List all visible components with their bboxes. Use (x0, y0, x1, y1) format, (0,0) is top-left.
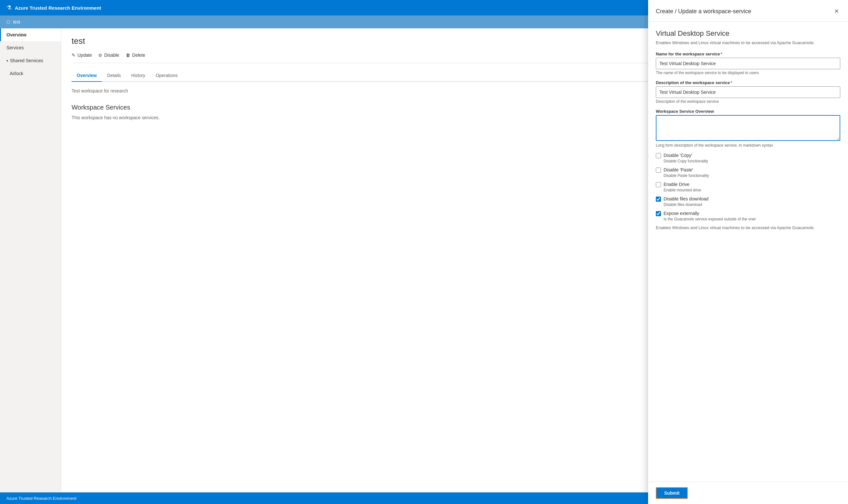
checkbox-label-expose_externally: Expose externally (664, 211, 699, 216)
sidebar-item-services-label: Services (6, 45, 24, 50)
footer-text: Azure Trusted Research Environment (6, 496, 76, 501)
name-field-group: Name for the workspace service* The name… (656, 52, 840, 75)
overview-textarea[interactable] (656, 115, 840, 141)
checkboxes-container: Disable 'Copy'Disable Copy functionality… (656, 153, 840, 221)
delete-icon: 🗑 (126, 53, 130, 58)
panel-footer-description: Enables Windows and Linux virtual machin… (656, 225, 840, 230)
panel-close-button[interactable]: ✕ (833, 6, 840, 16)
sidebar-item-shared-services-label: Shared Services (10, 58, 43, 63)
checkbox-label-disable_files_download: Disable files download (664, 196, 708, 201)
sidebar-item-services[interactable]: Services (0, 41, 61, 54)
checkbox-group-enable_drive: Enable DriveEnable mounted drive (656, 182, 840, 192)
checkbox-disable_copy[interactable] (656, 153, 661, 158)
name-hint: The name of the workspace service to be … (656, 71, 840, 75)
checkbox-label-enable_drive: Enable Drive (664, 182, 689, 187)
sidebar-item-overview[interactable]: Overview (0, 28, 61, 41)
checkbox-group-disable_copy: Disable 'Copy'Disable Copy functionality (656, 153, 840, 163)
description-field-group: Description of the workspace service* De… (656, 80, 840, 104)
disable-label: Disable (104, 53, 119, 58)
panel-service-description: Enables Windows and Linux virtual machin… (656, 40, 840, 45)
checkbox-hint-disable_paste: Disable Paste functionality (664, 173, 840, 178)
delete-label: Delete (132, 53, 145, 58)
checkbox-hint-disable_files_download: Disable files download (664, 202, 840, 207)
chevron-down-icon: ▾ (6, 59, 8, 62)
panel-title: Create / Update a workspace-service (656, 8, 751, 15)
name-label: Name for the workspace service* (656, 52, 840, 56)
delete-button[interactable]: 🗑 Delete (126, 51, 145, 59)
checkbox-disable_files_download[interactable] (656, 197, 661, 202)
breadcrumb-text: test (13, 19, 20, 24)
description-label: Description of the workspace service* (656, 80, 840, 85)
checkbox-group-disable_files_download: Disable files downloadDisable files down… (656, 196, 840, 207)
panel-body: Virtual Desktop Service Enables Windows … (648, 22, 848, 482)
panel-header: Create / Update a workspace-service ✕ (648, 0, 848, 22)
overview-label: Workspace Service Overview (656, 109, 840, 114)
tab-history[interactable]: History (126, 70, 151, 82)
tab-operations[interactable]: Operations (151, 70, 183, 82)
overview-field-group: Workspace Service Overview Long form des… (656, 109, 840, 148)
checkbox-disable_paste[interactable] (656, 167, 661, 173)
checkbox-hint-expose_externally: Is the Guacamole service exposed outside… (664, 217, 840, 221)
name-input[interactable] (656, 58, 840, 69)
panel-overlay: Create / Update a workspace-service ✕ Vi… (648, 0, 848, 504)
checkbox-expose_externally[interactable] (656, 211, 661, 216)
overview-hint: Long form description of the workspace s… (656, 143, 840, 148)
update-label: Update (77, 53, 92, 58)
sidebar: Overview Services ▾ Shared Services Airl… (0, 28, 61, 492)
checkbox-label-disable_paste: Disable 'Paste' (664, 167, 693, 173)
checkbox-hint-disable_copy: Disable Copy functionality (664, 159, 840, 163)
app-title: Azure Trusted Research Environment (15, 5, 101, 11)
checkbox-label-disable_copy: Disable 'Copy' (664, 153, 692, 158)
sidebar-item-airlock-label: Airlock (10, 71, 23, 76)
tab-details[interactable]: Details (102, 70, 126, 82)
checkbox-hint-enable_drive: Enable mounted drive (664, 188, 840, 192)
panel-footer: Submit (648, 482, 848, 504)
update-icon: ✎ (72, 53, 75, 58)
app-icon: ⚗ (6, 4, 12, 11)
checkbox-group-expose_externally: Expose externallyIs the Guacamole servic… (656, 211, 840, 221)
sidebar-item-shared-services[interactable]: ▾ Shared Services (0, 54, 61, 67)
update-button[interactable]: ✎ Update (72, 51, 92, 59)
tab-overview[interactable]: Overview (72, 70, 102, 82)
sidebar-item-overview-label: Overview (6, 32, 26, 37)
sidebar-item-airlock[interactable]: Airlock (0, 67, 61, 80)
checkbox-group-disable_paste: Disable 'Paste'Disable Paste functionali… (656, 167, 840, 178)
description-input[interactable] (656, 86, 840, 98)
cube-icon: ⬡ (6, 19, 10, 24)
disable-button[interactable]: ⊘ Disable (98, 51, 119, 59)
description-hint: Description of the workspace service (656, 99, 840, 104)
checkbox-enable_drive[interactable] (656, 182, 661, 187)
disable-icon: ⊘ (98, 53, 102, 58)
panel-service-title: Virtual Desktop Service (656, 29, 840, 38)
submit-button[interactable]: Submit (656, 487, 688, 499)
